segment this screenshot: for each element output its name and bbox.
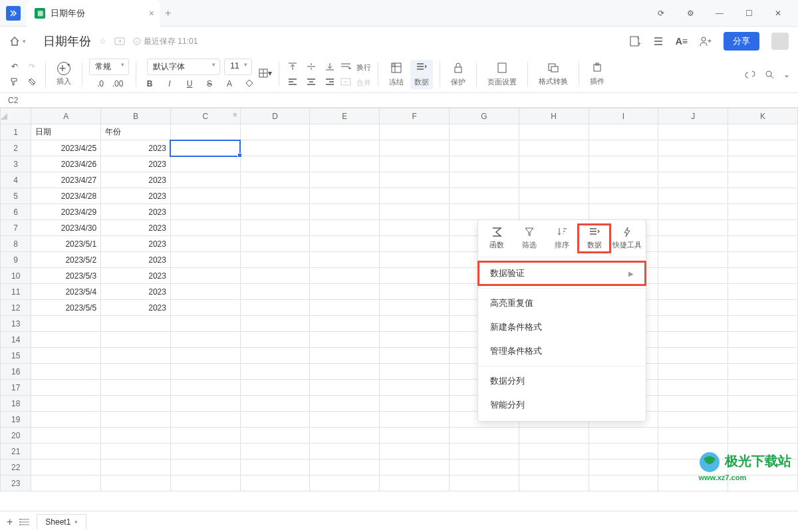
cell[interactable] (658, 204, 728, 220)
font-size-select[interactable]: 11 (224, 59, 251, 75)
align-left-button[interactable] (286, 75, 299, 88)
cell[interactable] (310, 444, 380, 460)
cell[interactable] (658, 220, 728, 236)
cell[interactable] (658, 172, 728, 188)
cell[interactable] (728, 380, 798, 396)
cell[interactable] (240, 428, 310, 444)
link-icon[interactable] (745, 70, 755, 79)
cell[interactable] (380, 475, 450, 491)
cell[interactable] (728, 316, 798, 332)
cell[interactable] (589, 460, 658, 475)
plugins-button[interactable]: 插件 (586, 61, 608, 88)
avatar[interactable] (771, 33, 789, 50)
cell[interactable] (170, 236, 240, 252)
format-convert-button[interactable]: 格式转换 (535, 61, 572, 88)
cell[interactable]: 2023/5/5 (31, 300, 101, 316)
cell[interactable] (310, 332, 380, 348)
strikethrough-button[interactable]: S (203, 77, 216, 90)
cell[interactable] (380, 428, 450, 444)
cell[interactable]: 2023 (101, 236, 171, 252)
add-tab-button[interactable]: + (165, 7, 171, 19)
cell[interactable] (240, 460, 310, 475)
cell[interactable] (31, 444, 101, 460)
cell[interactable] (728, 300, 798, 316)
insert-button[interactable]: +▾ (57, 62, 70, 75)
cell[interactable] (31, 412, 101, 428)
cell[interactable] (310, 220, 380, 236)
cell[interactable] (728, 364, 798, 380)
search-icon[interactable] (765, 70, 774, 79)
cell[interactable] (658, 332, 728, 348)
cell[interactable]: 2023 (101, 188, 171, 204)
cell[interactable] (310, 364, 380, 380)
cell[interactable] (380, 316, 450, 332)
cell[interactable] (240, 364, 310, 380)
cell[interactable] (240, 188, 310, 204)
cell[interactable] (380, 124, 450, 140)
cell[interactable] (170, 428, 240, 444)
cell[interactable] (589, 444, 658, 460)
cell[interactable] (101, 364, 171, 380)
cell[interactable]: 2023 (101, 284, 171, 300)
cell[interactable] (589, 172, 658, 188)
cell[interactable] (240, 268, 310, 284)
row-header[interactable]: 15 (1, 348, 31, 364)
cell[interactable] (658, 236, 728, 252)
cell[interactable] (31, 460, 101, 475)
row-header[interactable]: 4 (1, 172, 31, 188)
cell[interactable] (589, 124, 658, 140)
cell[interactable] (240, 412, 310, 428)
document-tab[interactable]: ▦ 日期年份 × (27, 0, 160, 27)
dropdown-filter-button[interactable]: 筛选 (513, 224, 546, 253)
cell[interactable] (450, 204, 519, 220)
cell[interactable] (310, 172, 380, 188)
cell[interactable] (380, 236, 450, 252)
cell[interactable] (240, 396, 310, 412)
cell[interactable] (589, 188, 658, 204)
row-header[interactable]: 21 (1, 444, 31, 460)
cell[interactable] (170, 140, 240, 156)
cell[interactable] (170, 364, 240, 380)
cell[interactable]: 2023/5/2 (31, 252, 101, 268)
cell[interactable] (728, 284, 798, 300)
cell[interactable] (450, 460, 519, 475)
valign-top-button[interactable] (286, 60, 299, 73)
row-header[interactable]: 13 (1, 316, 31, 332)
cell[interactable] (380, 252, 450, 268)
cell[interactable] (170, 332, 240, 348)
cell[interactable] (658, 428, 728, 444)
cell[interactable] (170, 300, 240, 316)
bold-button[interactable]: B (143, 77, 156, 90)
cell[interactable] (101, 428, 171, 444)
row-header[interactable]: 5 (1, 188, 31, 204)
menu-highlight-duplicates[interactable]: 高亮重复值 (478, 291, 646, 315)
chevron-down-icon[interactable]: ▾ (74, 519, 78, 525)
cell[interactable] (101, 460, 171, 475)
row-header[interactable]: 22 (1, 460, 31, 475)
cell[interactable] (519, 124, 589, 140)
row-header[interactable]: 3 (1, 156, 31, 172)
cell[interactable] (380, 140, 450, 156)
move-icon[interactable] (114, 37, 125, 46)
decrease-decimal-button[interactable]: .0 (94, 77, 107, 90)
cell[interactable] (589, 428, 658, 444)
underline-button[interactable]: U (183, 77, 196, 90)
sheets-list-button[interactable] (19, 518, 30, 526)
cell[interactable] (101, 444, 171, 460)
cell[interactable] (589, 156, 658, 172)
cell[interactable] (170, 124, 240, 140)
cell[interactable]: 2023 (101, 172, 171, 188)
cell[interactable] (170, 188, 240, 204)
column-header[interactable]: H (519, 108, 589, 124)
cell[interactable]: 2023/4/25 (31, 140, 101, 156)
cell[interactable] (658, 188, 728, 204)
dropdown-data-button[interactable]: 数据 (578, 224, 610, 253)
row-header[interactable]: 16 (1, 364, 31, 380)
close-button[interactable]: ✕ (769, 9, 787, 18)
cell[interactable] (31, 364, 101, 380)
increase-decimal-button[interactable]: .00 (111, 77, 124, 90)
clear-format-button[interactable] (25, 75, 39, 88)
cell[interactable] (380, 204, 450, 220)
cell[interactable] (728, 172, 798, 188)
cell[interactable] (589, 204, 658, 220)
